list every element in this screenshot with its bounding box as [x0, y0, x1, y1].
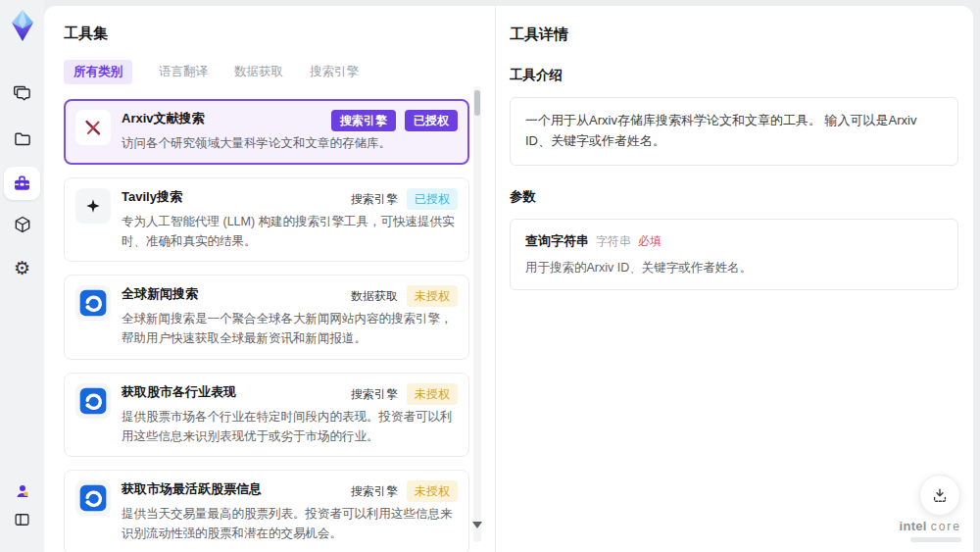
tool-description: 专为人工智能代理 (LLM) 构建的搜索引擎工具，可快速提供实时、准确和真实的结… [122, 213, 458, 252]
intro-text: 一个用于从Arxiv存储库搜索科学论文和文章的工具。 输入可以是Arxiv ID… [525, 111, 943, 152]
tool-card-arxiv[interactable]: Arxiv文献搜索 搜索引擎 已授权 访问各个研究领域大量科学论文和文章的存储库… [64, 99, 469, 165]
tool-name: 获取股市各行业表现 [122, 383, 236, 402]
tavily-star-icon [75, 188, 111, 224]
tool-name: 全球新闻搜索 [122, 285, 198, 304]
nav-files-button[interactable] [4, 123, 40, 156]
tab-data-fetching[interactable]: 数据获取 [234, 60, 283, 84]
main-panel: 工具集 所有类别 语言翻译 数据获取 搜索引擎 Arxiv文献搜索 [44, 6, 973, 552]
nav-tools-button[interactable] [4, 167, 40, 200]
auth-status-badge: 未授权 [407, 480, 458, 502]
chat-icon [13, 84, 32, 104]
page-title: 工具集 [64, 25, 495, 43]
category-label: 搜索引擎 [351, 189, 398, 209]
category-label: 搜索引擎 [351, 384, 398, 404]
auth-status-badge: 已授权 [407, 188, 458, 210]
list-scrollbar[interactable] [473, 86, 481, 542]
auth-status-badge: 未授权 [407, 285, 458, 307]
app-logo-icon[interactable] [7, 8, 38, 43]
tool-description: 提供股票市场各个行业在特定时间段内的表现。投资者可以利用这些信息来识别表现优于或… [122, 408, 458, 447]
panel-divider [495, 6, 496, 552]
nav-account-button[interactable] [4, 478, 40, 504]
auth-status-badge: 未授权 [407, 383, 458, 405]
scrollbar-thumb[interactable] [474, 90, 480, 116]
tool-card-tavily[interactable]: Tavily搜索 搜索引擎 已授权 专为人工智能代理 (LLM) 构建的搜索引擎… [64, 177, 469, 263]
details-title: 工具详情 [510, 25, 960, 44]
param-type: 字符串 [596, 233, 631, 250]
nav-chat-button[interactable] [4, 77, 40, 111]
params-heading: 参数 [510, 188, 960, 206]
brand-intel: intel [900, 519, 927, 533]
tool-card-global-news[interactable]: 全球新闻搜索 数据获取 未授权 全球新闻搜索是一个聚合全球各大新闻网站内容的搜索… [64, 275, 469, 360]
brand-core: core [931, 520, 961, 533]
cube-icon [13, 215, 32, 234]
category-badge: 搜索引擎 [331, 110, 396, 131]
panel-toggle-icon [13, 511, 31, 528]
param-description: 用于搜索的Arxiv ID、关键字或作者姓名。 [525, 259, 943, 277]
tab-all-categories[interactable]: 所有类别 [64, 60, 132, 84]
param-box: 查询字符串 字符串 必填 用于搜索的Arxiv ID、关键字或作者姓名。 [510, 219, 958, 291]
juhe-blue-logo-icon [75, 480, 111, 516]
nav-models-button[interactable] [4, 208, 40, 241]
param-required-flag: 必填 [638, 233, 662, 250]
tool-description: 提供当天交易量最高的股票列表。投资者可以利用这些信息来识别流动性强的股票和潜在的… [122, 505, 458, 544]
tool-card-most-active-stocks[interactable]: 获取市场最活跃股票信息 搜索引擎 未授权 提供当天交易量最高的股票列表。投资者可… [64, 470, 469, 552]
category-tabs: 所有类别 语言翻译 数据获取 搜索引擎 [64, 60, 495, 84]
juhe-blue-logo-icon [75, 383, 111, 419]
download-icon [930, 485, 950, 505]
tool-description: 全球新闻搜索是一个聚合全球各大新闻网站内容的搜索引擎，帮助用户快速获取全球最新资… [122, 310, 458, 349]
folder-icon [13, 129, 32, 149]
gear-icon: ⚙ [14, 259, 30, 277]
tool-details-panel: 工具详情 工具介绍 一个用于从Arxiv存储库搜索科学论文和文章的工具。 输入可… [510, 6, 960, 552]
intel-core-logo: intel core [900, 517, 962, 542]
download-button[interactable] [919, 475, 960, 516]
brand-underline [910, 537, 961, 542]
tool-name: Arxiv文献搜索 [122, 110, 205, 128]
collapse-panel-button[interactable] [4, 506, 40, 533]
toolbox-icon [12, 174, 32, 193]
category-label: 数据获取 [351, 286, 398, 306]
tab-search-engine[interactable]: 搜索引擎 [310, 60, 359, 84]
tool-name: 获取市场最活跃股票信息 [122, 480, 262, 499]
intro-box: 一个用于从Arxiv存储库搜索科学论文和文章的工具。 输入可以是Arxiv ID… [510, 97, 958, 166]
tools-list-panel: 工具集 所有类别 语言翻译 数据获取 搜索引擎 Arxiv文献搜索 [44, 6, 495, 552]
nav-settings-button[interactable]: ⚙ [4, 251, 40, 284]
tool-description: 访问各个研究领域大量科学论文和文章的存储库。 [122, 134, 458, 154]
nav-rail: ⚙ [0, 0, 44, 552]
tool-list: Arxiv文献搜索 搜索引擎 已授权 访问各个研究领域大量科学论文和文章的存储库… [64, 99, 469, 552]
tool-card-stock-sector[interactable]: 获取股市各行业表现 搜索引擎 未授权 提供股票市场各个行业在特定时间段内的表现。… [64, 373, 469, 458]
tool-name: Tavily搜索 [122, 188, 182, 207]
intro-heading: 工具介绍 [510, 67, 960, 84]
arxiv-logo-icon [75, 110, 111, 145]
user-icon [14, 482, 31, 500]
category-label: 搜索引擎 [351, 481, 398, 501]
tab-language-translation[interactable]: 语言翻译 [159, 60, 208, 84]
scroll-down-arrow-icon[interactable] [472, 522, 482, 528]
auth-status-badge: 已授权 [405, 110, 458, 131]
param-name: 查询字符串 [525, 232, 589, 250]
juhe-blue-logo-icon [75, 285, 111, 321]
